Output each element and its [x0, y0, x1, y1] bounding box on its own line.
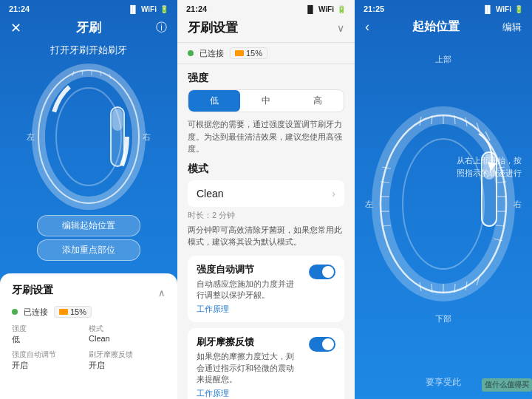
- panel3-title: 起始位置: [369, 19, 502, 35]
- strength-label-p1: 强度: [12, 324, 89, 334]
- time-1: 21:24: [9, 4, 30, 13]
- mode-value-p1: Clean: [89, 334, 166, 343]
- strength-btn-low[interactable]: 低: [188, 90, 240, 112]
- bottom-section-title: 牙刷设置: [12, 284, 53, 297]
- auto-info: 强度自动调节 自动感应您施加的力度并进行调整以保护牙龈。 工作原理: [197, 263, 301, 316]
- friction-desc: 如果您的摩擦力度过大，则会通过指示灯和轻微的震动来提醒您。: [197, 351, 301, 385]
- label-bottom-p3: 下部: [435, 313, 451, 324]
- friction-toggle-row: 刷牙摩擦反馈 如果您的摩擦力度过大，则会通过指示灯和轻微的震动来提醒您。 工作原…: [197, 335, 335, 399]
- teeth-oval-p3: 上部 下部 左 右 从右上部开始，按照指示的轨迹进行: [355, 39, 532, 369]
- strength-btn-mid[interactable]: 中: [240, 90, 292, 112]
- auto-value-p1: 开启: [12, 360, 89, 371]
- footer-p3: 要享受此 值什么值得买: [355, 369, 532, 399]
- panel-toothbrush: 21:24 ▐▌ WiFi 🔋 ✕ 牙刷 ⓘ 打开牙刷开始刷牙: [0, 0, 177, 399]
- label-left-p3: 左: [365, 199, 373, 210]
- auto-label-p1: 强度自动调节: [12, 349, 89, 360]
- chevron-down-icon[interactable]: ∨: [337, 22, 344, 34]
- status-bar-3: 21:25 ▐▌ WiFi 🔋: [355, 0, 532, 16]
- connected-text-p2: 已连接: [200, 48, 224, 59]
- friction-value-p1: 开启: [89, 360, 166, 371]
- connected-label: 已连接: [24, 307, 48, 318]
- panel3-header: ‹ 起始位置 编辑: [355, 16, 532, 39]
- panel2-title: 牙刷设置: [188, 19, 238, 36]
- panel-settings: 21:24 ▐▌ WiFi 🔋 牙刷设置 ∨ 已连接 15% 强度 低 中 高 …: [177, 0, 355, 399]
- watermark: 值什么值得买: [482, 378, 532, 392]
- friction-section: 刷牙摩擦反馈 如果您的摩擦力度过大，则会通过指示灯和轻微的震动来提醒您。 工作原…: [188, 328, 344, 399]
- panel1-subtitle: 打开牙刷开始刷牙: [0, 41, 177, 63]
- strength-selector: 低 中 高: [188, 89, 344, 112]
- status-icons-3: ▐▌ WiFi 🔋: [482, 5, 523, 13]
- panel2-header: 牙刷设置 ∨: [177, 16, 355, 42]
- auto-desc: 自动感应您施加的力度并进行调整以保护牙龈。: [197, 279, 301, 301]
- label-right-p1: 右: [143, 132, 151, 143]
- strength-value-p1: 低: [12, 334, 89, 345]
- connected-dot-p2: [188, 50, 194, 56]
- panel1-bottom: 牙刷设置 ∧ 已连接 15% 强度 低 模式 Clean 强度自动调节 开启: [0, 273, 177, 399]
- status-icons-1: ▐▌ WiFi 🔋: [128, 5, 168, 13]
- friction-link[interactable]: 工作原理: [197, 388, 301, 399]
- footer-text-p3: 要享受此: [426, 376, 461, 389]
- battery-badge: 15%: [54, 306, 92, 318]
- label-top-p3: 上部: [435, 54, 451, 65]
- label-left-p1: 左: [27, 132, 35, 143]
- status-bar-1: 21:24 ▐▌ WiFi 🔋: [0, 0, 177, 16]
- add-key-button[interactable]: 添加重点部位: [37, 239, 140, 261]
- friction-title: 刷牙摩擦反馈: [197, 335, 301, 349]
- status-row: 已连接 15%: [12, 306, 166, 318]
- strength-btn-high[interactable]: 高: [292, 90, 344, 112]
- chevron-up-icon[interactable]: ∧: [158, 287, 166, 299]
- status-icons-2: ▐▌ WiFi 🔋: [305, 5, 346, 13]
- auto-title: 强度自动调节: [197, 263, 301, 276]
- battery-icon: [59, 309, 68, 315]
- time-2: 21:24: [186, 4, 207, 13]
- auto-section: 强度自动调节 自动感应您施加的力度并进行调整以保护牙龈。 工作原理: [188, 256, 344, 323]
- battery-val-p2: 15%: [246, 49, 262, 58]
- grid-info: 强度 低 模式 Clean 强度自动调节 开启 刷牙摩擦反馈 开启: [12, 324, 166, 371]
- friction-toggle[interactable]: [309, 337, 335, 352]
- battery-icon-p2: [235, 50, 244, 56]
- strength-section-title: 强度: [188, 72, 344, 85]
- mode-section-title: 模式: [188, 163, 344, 176]
- mode-selector[interactable]: Clean ›: [188, 180, 344, 207]
- panel2-scroll[interactable]: 强度 低 中 高 可根据您的需要，通过强度设置调节刷牙力度。为达到最佳清洁效果，…: [177, 64, 355, 399]
- arrow-right-icon: ›: [332, 188, 335, 200]
- connected-dot: [12, 309, 18, 315]
- duration-label: 时长：2 分钟: [188, 210, 344, 221]
- battery-value: 15%: [70, 307, 86, 316]
- strength-desc: 可根据您的需要，通过强度设置调节刷牙力度。为达到最佳清洁效果，建议您使用高强度。: [188, 118, 344, 155]
- mode-value-p2: Clean: [197, 188, 224, 200]
- duration-desc: 两分钟即可高效清除牙菌斑，如果您常用此模式，建议将其设为默认模式。: [188, 224, 344, 248]
- edit-button-p3[interactable]: 编辑: [502, 21, 522, 34]
- time-3: 21:25: [364, 4, 384, 13]
- friction-label-p1: 刷牙摩擦反馈: [89, 349, 166, 360]
- instruction-p3: 从右上部开始，按照指示的轨迹进行: [455, 154, 522, 179]
- auto-toggle-row: 强度自动调节 自动感应您施加的力度并进行调整以保护牙龈。 工作原理: [197, 263, 335, 316]
- battery-badge-p2: 15%: [230, 47, 267, 59]
- status-bar-2: 21:24 ▐▌ WiFi 🔋: [177, 0, 355, 16]
- panel1-header: ✕ 牙刷 ⓘ: [0, 16, 177, 41]
- svg-rect-10: [112, 109, 123, 131]
- friction-info: 刷牙摩擦反馈 如果您的摩擦力度过大，则会通过指示灯和轻微的震动来提醒您。 工作原…: [197, 335, 301, 399]
- edit-start-button[interactable]: 编辑起始位置: [37, 215, 140, 236]
- mode-label-p1: 模式: [89, 324, 166, 334]
- auto-toggle[interactable]: [309, 265, 335, 279]
- label-right-p3: 右: [514, 199, 522, 210]
- teeth-oval-p1: 左 右: [30, 63, 148, 211]
- panel-start-position: 21:25 ▐▌ WiFi 🔋 ‹ 起始位置 编辑: [355, 0, 532, 399]
- panel1-title: 牙刷: [21, 19, 156, 36]
- auto-link[interactable]: 工作原理: [197, 304, 301, 315]
- info-icon[interactable]: ⓘ: [156, 21, 167, 35]
- connected-bar-p2: 已连接 15%: [177, 42, 355, 64]
- close-icon[interactable]: ✕: [10, 20, 21, 36]
